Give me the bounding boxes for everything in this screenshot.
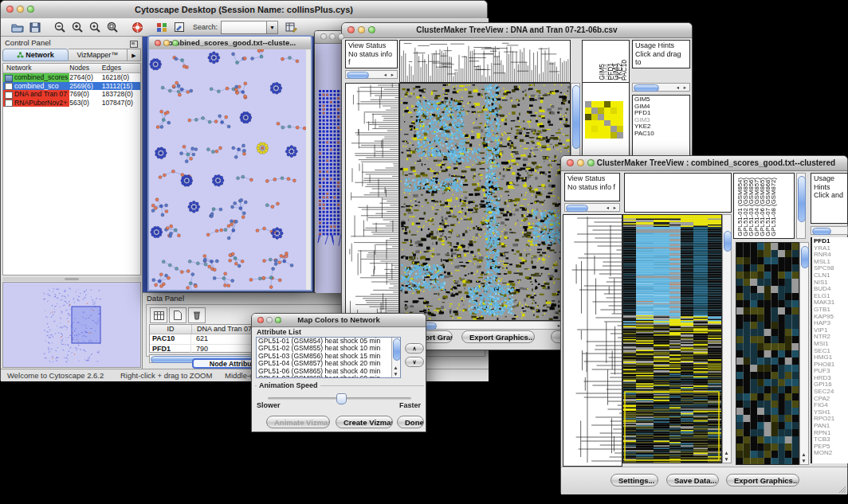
treeview2-status-scrollbar[interactable]: ◂ ▸ [564, 203, 620, 212]
scrollbar-thumb[interactable] [812, 228, 831, 235]
search-combobox[interactable]: ▼ [221, 21, 278, 34]
tv1-export-graphics-button[interactable]: Export Graphics... [461, 330, 535, 343]
scrollbar-thumb[interactable] [572, 85, 580, 149]
treeview1-status-scrollbar[interactable]: ◂ ▸ [345, 70, 398, 79]
tv2-settings-button[interactable]: Settings... [610, 474, 658, 486]
treeview2-gene-list[interactable]: PFD1YRA1RNR4MSL1SPC98CLN1NIS1BUD4ELG1MAK… [811, 237, 848, 463]
scroll-up-icon[interactable]: ▲ [800, 452, 807, 457]
network-table-row[interactable]: combined_scores2764(0)16218(0) [3, 73, 140, 82]
scroll-right-icon[interactable]: ▸ [611, 205, 618, 210]
treeview2-column-dendrogram[interactable] [624, 173, 732, 213]
col-header-nodes[interactable]: Nodes [69, 64, 102, 72]
move-up-button[interactable]: ∧ [405, 343, 424, 354]
zoom-window-button[interactable] [172, 40, 179, 46]
treeview1-row-dendrogram[interactable] [345, 83, 399, 321]
visual-styles-icon[interactable] [153, 19, 171, 35]
annotation-icon[interactable] [171, 19, 188, 35]
scroll-right-icon[interactable]: ▸ [681, 85, 689, 90]
scroll-left-icon[interactable]: ◂ [674, 85, 681, 90]
treeview2-heatmap[interactable] [622, 214, 722, 463]
attribute-list-vscrollbar[interactable]: ▲ ▼ [391, 338, 400, 377]
zoom-fit-icon[interactable] [104, 19, 121, 35]
network-canvas-1[interactable] [149, 49, 306, 290]
treeview2-hints-scrollbar[interactable] [811, 226, 848, 235]
scrollbar-thumb[interactable] [798, 176, 806, 222]
open-file-icon[interactable] [9, 19, 26, 35]
attribute-browser-icon[interactable] [282, 19, 300, 35]
network-table-row[interactable]: DNA and Tran 07769(0)183728(0) [3, 90, 140, 99]
close-button[interactable] [155, 40, 161, 46]
attribute-select-icon[interactable] [150, 307, 167, 323]
search-dropdown-arrow-icon[interactable]: ▼ [267, 21, 278, 34]
window1-vscrollbar[interactable] [306, 49, 311, 290]
scroll-up-icon[interactable]: ▲ [392, 365, 399, 370]
scrollbar-thumb[interactable] [566, 205, 588, 212]
panel-splitter[interactable] [2, 277, 141, 281]
gene-label[interactable]: MON2 [814, 450, 846, 457]
scrollbar-thumb[interactable] [634, 84, 659, 92]
animation-speed-slider[interactable] [268, 397, 411, 400]
network-overview[interactable] [2, 282, 141, 368]
tab-network[interactable]: Network [2, 49, 69, 61]
treeview2-labels-vscrollbar[interactable] [796, 173, 806, 239]
minimize-button[interactable] [17, 6, 24, 13]
create-vizmap-button[interactable]: Create Vizmap [336, 416, 393, 428]
move-down-button[interactable]: ∨ [405, 357, 424, 367]
scrollbar-thumb[interactable] [347, 72, 369, 79]
scroll-up-icon[interactable]: ▲ [723, 451, 730, 455]
close-button[interactable] [320, 33, 327, 40]
minimize-button[interactable] [358, 26, 365, 33]
zoom-out-icon[interactable] [51, 19, 69, 35]
close-button[interactable] [567, 159, 574, 166]
network-table-row[interactable]: combined_sco2569(6)13112(15) [3, 82, 140, 91]
tv2-export-graphics-button[interactable]: Export Graphics... [726, 474, 799, 486]
search-input[interactable] [221, 21, 267, 34]
scrollbar-thumb[interactable] [393, 338, 401, 361]
minimize-button[interactable] [163, 40, 170, 46]
zoom-window-button[interactable] [587, 159, 595, 166]
close-button[interactable] [6, 6, 14, 13]
treeview1-hints-scrollbar[interactable]: ◂ ▸ [632, 83, 690, 92]
scroll-down-icon[interactable]: ▼ [800, 459, 807, 463]
treeview2-heatmap-vscrollbar[interactable]: ▲ ▼ [722, 214, 732, 463]
zoom-window-button[interactable] [27, 6, 34, 13]
tab-overflow-arrow[interactable]: ▶ [128, 49, 141, 61]
scrollbar-thumb[interactable] [801, 246, 809, 268]
new-attribute-icon[interactable] [169, 307, 186, 323]
tv2-save-data-button[interactable]: Save Data... [666, 474, 719, 486]
treeview1-heatmap[interactable] [399, 83, 571, 321]
attribute-list-item[interactable]: GPL51-07 (GSM868) heat shock 60 min [258, 375, 400, 378]
close-button[interactable] [347, 26, 355, 33]
minimize-button[interactable] [329, 33, 336, 40]
zoom-in-icon[interactable] [69, 19, 86, 35]
scroll-right-icon[interactable]: ▸ [389, 72, 396, 77]
zoom-window-button[interactable] [338, 33, 344, 40]
treeview2-zoom-vscrollbar[interactable]: ▲ ▼ [799, 242, 809, 465]
zoom-window-button[interactable] [275, 317, 281, 323]
treeview2-title-bar[interactable]: ClusterMaker TreeView : combined_scores_… [561, 156, 847, 171]
resize-grip-icon[interactable] [838, 486, 846, 494]
treeview1-column-dendrogram[interactable] [399, 40, 571, 83]
column-label[interactable]: PAC10 [621, 60, 628, 80]
scroll-left-icon[interactable]: ◂ [382, 72, 389, 77]
slider-thumb[interactable] [336, 393, 347, 404]
close-button[interactable] [257, 317, 264, 323]
column-label[interactable]: GPL51-08 (GSM872) [771, 178, 777, 236]
minimize-button[interactable] [266, 317, 273, 323]
treeview1-zoom-heatmap[interactable] [585, 101, 623, 139]
scrollbar-thumb[interactable] [724, 231, 732, 252]
done-button[interactable]: Done [397, 416, 424, 428]
tab-vizmapper[interactable]: VizMapper™ [69, 49, 128, 61]
attribute-list[interactable]: GPL51-01 (GSM854) heat shock 05 minGPL51… [256, 337, 401, 378]
scroll-down-icon[interactable]: ▼ [723, 457, 730, 462]
scroll-down-icon[interactable]: ▼ [392, 372, 399, 377]
scroll-left-icon[interactable]: ◂ [604, 205, 611, 210]
animate-vizmap-button[interactable]: Animate Vizmap [266, 416, 330, 428]
network-table-row[interactable]: RNAPuberNov2+563(0)107847(0) [3, 99, 140, 107]
col-header-network[interactable]: Network [3, 64, 69, 72]
treeview2-row-dendrogram[interactable] [563, 214, 622, 467]
zoom-selected-icon[interactable] [86, 19, 104, 35]
gene-label[interactable]: PAC10 [634, 131, 688, 138]
col-header-edges[interactable]: Edges [102, 64, 140, 72]
minimize-button[interactable] [577, 159, 584, 166]
